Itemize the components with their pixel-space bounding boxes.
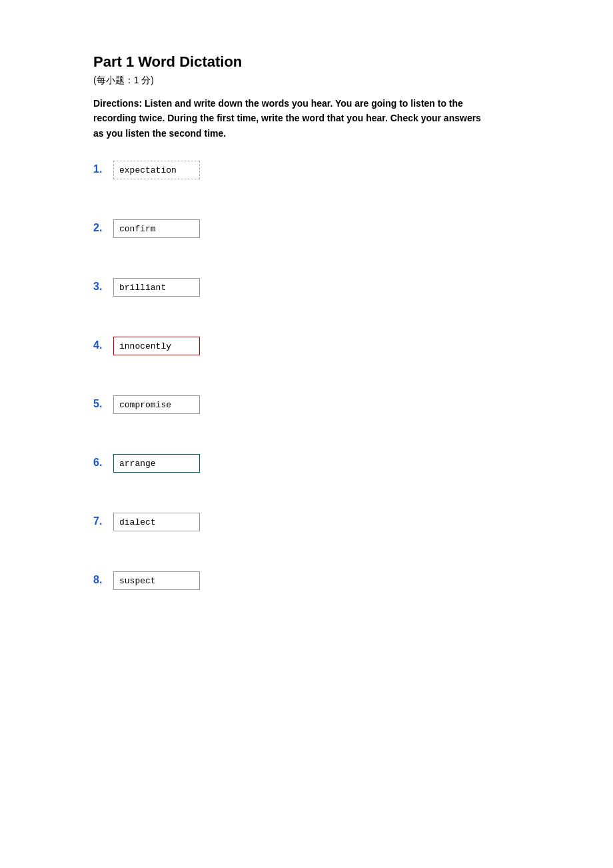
- answer-input-8[interactable]: [113, 571, 200, 590]
- question-block-8: 8.: [93, 571, 520, 590]
- question-number-6: 6.: [93, 457, 113, 469]
- answer-input-6[interactable]: [113, 454, 200, 473]
- question-block-7: 7.: [93, 513, 520, 531]
- question-number-4: 4.: [93, 339, 113, 351]
- question-block-3: 3.: [93, 278, 520, 297]
- part-title: Part 1 Word Dictation: [93, 53, 520, 71]
- answer-input-1[interactable]: [113, 161, 200, 179]
- question-number-7: 7.: [93, 515, 113, 527]
- answer-input-7[interactable]: [113, 513, 200, 531]
- question-block-5: 5.: [93, 395, 520, 414]
- question-number-1: 1.: [93, 163, 113, 175]
- answer-input-3[interactable]: [113, 278, 200, 297]
- question-number-5: 5.: [93, 398, 113, 410]
- answer-input-5[interactable]: [113, 395, 200, 414]
- subtitle: (每小题：1 分): [93, 75, 520, 87]
- answer-input-2[interactable]: [113, 219, 200, 238]
- question-block-1: 1.: [93, 161, 520, 179]
- question-number-8: 8.: [93, 574, 113, 586]
- question-block-6: 6.: [93, 454, 520, 473]
- directions: Directions: Listen and write down the wo…: [93, 96, 493, 141]
- question-block-2: 2.: [93, 219, 520, 238]
- question-number-2: 2.: [93, 222, 113, 234]
- question-block-4: 4.: [93, 337, 520, 355]
- questions-container: 1.2.3.4.5.6.7.8.: [93, 161, 520, 590]
- answer-input-4[interactable]: [113, 337, 200, 355]
- question-number-3: 3.: [93, 281, 113, 293]
